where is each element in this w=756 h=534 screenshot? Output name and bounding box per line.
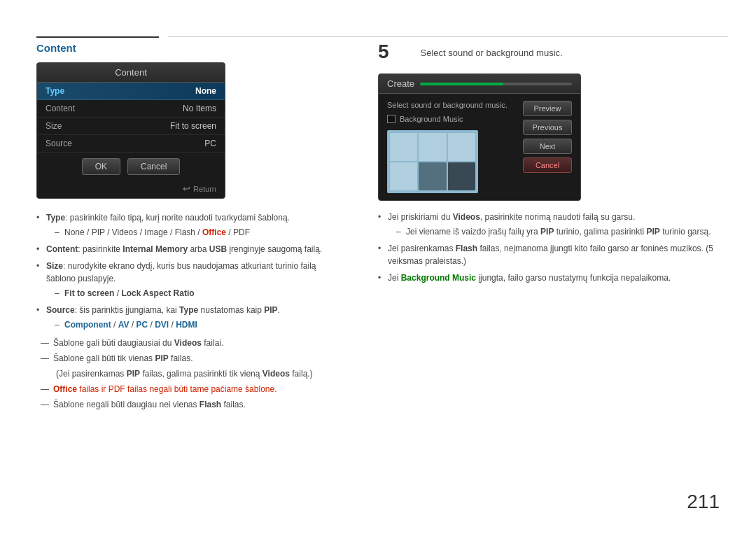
dialog-title: Content [37, 63, 225, 83]
create-title-bar: Create [379, 74, 580, 94]
create-buttons: Preview Previous Next Cancel [523, 101, 572, 193]
content-label: Content [46, 104, 75, 113]
dialog-row-source: Source PC [37, 135, 225, 153]
background-music-checkbox[interactable] [387, 115, 396, 123]
right-column: 5 Select sound or background music. Crea… [378, 42, 721, 288]
create-main: Select sound or background music. Backgr… [387, 101, 514, 193]
dialog-buttons: OK Cancel [37, 153, 225, 181]
create-cancel-button[interactable]: Cancel [523, 157, 572, 173]
dash-item-2b: (Jei pasirenkamas PIP failas, galima pas… [46, 367, 337, 380]
cancel-button[interactable]: Cancel [127, 158, 180, 175]
section-title: Content [36, 42, 337, 54]
return-row: ↩ Return [37, 181, 225, 198]
source-sub: Component / AV / PC / DVI / HDMI [46, 318, 337, 331]
size-sub: Fit to screen / Lock Aspect Ratio [46, 287, 337, 300]
top-line-left [36, 36, 159, 38]
dialog-row-type: Type None [37, 83, 225, 100]
size-label: Size [46, 121, 62, 131]
create-instruction: Select sound or background music. [387, 101, 514, 109]
bullet-content: Content: pasirinkite Internal Memory arb… [36, 243, 337, 255]
dash-item-office: Office failas ir PDF failas negali būti … [46, 383, 337, 395]
preview-button[interactable]: Preview [523, 101, 572, 116]
source-bold: Source [46, 305, 75, 315]
type-value: None [195, 86, 216, 96]
source-sub-item: Component / AV / PC / DVI / HDMI [55, 318, 337, 331]
right-bullets: Jei priskiriami du Videos, pasirinkite n… [378, 211, 721, 284]
step-header: 5 Select sound or background music. [378, 42, 721, 66]
content-value: No Items [183, 104, 216, 113]
background-music-row[interactable]: Background Music [387, 115, 514, 123]
create-title-label: Create [387, 78, 414, 89]
type-label: Type [46, 86, 64, 96]
dash-item-2: Šablone gali būti tik vienas PIP failas. [46, 352, 337, 365]
source-label: Source [46, 139, 72, 148]
dash-item-flash: Šablone negali būti daugiau nei vienas F… [46, 398, 337, 411]
thumbnail-preview [387, 130, 478, 193]
right-bullet-1: Jei priskiriami du Videos, pasirinkite n… [378, 211, 721, 238]
thumb-cell-5 [419, 162, 446, 190]
right-sub-1: Jei viename iš vaizdo įrašų failų yra PI… [388, 225, 721, 238]
type-bold: Type [46, 213, 65, 223]
thumb-cell-3 [448, 133, 475, 161]
thumb-grid [387, 130, 478, 193]
type-sub-item: None / PIP / Videos / Image / Flash / Of… [55, 226, 337, 239]
ok-button[interactable]: OK [82, 158, 120, 175]
thumb-cell-6 [448, 162, 475, 190]
thumb-cell-1 [390, 133, 417, 161]
size-sub-item: Fit to screen / Lock Aspect Ratio [55, 287, 337, 300]
bullet-source: Source: šis parinktis įjungiama, kai Typ… [36, 304, 337, 331]
background-music-label: Background Music [400, 115, 463, 123]
content-dialog: Content Type None Content No Items Size … [36, 62, 225, 199]
create-progress-fill [420, 83, 503, 85]
top-line-right [168, 36, 728, 37]
dash-items: Šablone gali būti daugiausiai du Videos … [36, 337, 337, 411]
thumb-cell-2 [419, 133, 446, 161]
right-bullet-3: Jei Background Music įjungta, failo gars… [378, 272, 721, 284]
previous-button[interactable]: Previous [523, 120, 572, 135]
step-text: Select sound or background music. [421, 42, 563, 58]
size-bold: Size [46, 261, 63, 271]
dash-item-1: Šablone gali būti daugiausiai du Videos … [46, 337, 337, 349]
bullet-size: Size: nurodykite ekrano dydį, kuris bus … [36, 260, 337, 300]
content-bold: Content [46, 244, 78, 254]
create-body: Select sound or background music. Backgr… [379, 94, 580, 200]
source-value: PC [204, 139, 216, 148]
dialog-row-size: Size Fit to screen [37, 118, 225, 135]
step-number: 5 [378, 42, 389, 62]
type-sub: None / PIP / Videos / Image / Flash / Of… [46, 226, 337, 239]
create-dialog: Create Select sound or background music.… [378, 73, 581, 201]
return-label: Return [193, 185, 216, 193]
page-number: 211 [687, 491, 720, 513]
return-icon: ↩ [183, 183, 190, 194]
left-bullets: Type: pasirinkite failo tipą, kurį norit… [36, 211, 337, 331]
right-sub-item-1: Jei viename iš vaizdo įrašų failų yra PI… [396, 225, 721, 238]
create-progress-bar-container [420, 83, 572, 85]
right-bullet-2: Jei pasirenkamas Flash failas, neįmanoma… [378, 242, 721, 267]
dialog-row-content: Content No Items [37, 100, 225, 118]
left-column: Content Content Type None Content No Ite… [36, 42, 337, 414]
next-button[interactable]: Next [523, 139, 572, 154]
bullet-type: Type: pasirinkite failo tipą, kurį norit… [36, 211, 337, 239]
size-value: Fit to screen [170, 121, 216, 131]
thumb-cell-4 [390, 162, 417, 190]
